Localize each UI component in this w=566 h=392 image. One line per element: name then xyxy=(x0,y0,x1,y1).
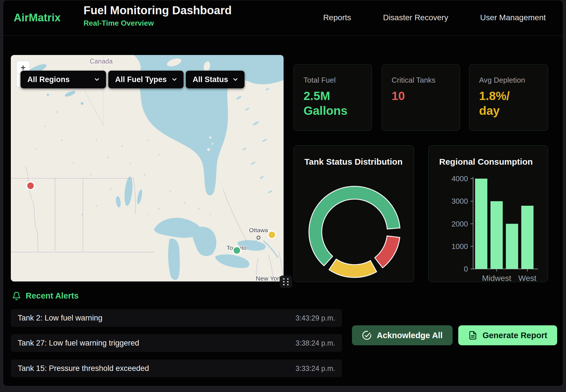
stat-value: 1.8%/day xyxy=(479,89,538,118)
drag-handle-icon[interactable] xyxy=(280,275,292,288)
chevron-down-icon xyxy=(93,76,100,83)
bar-region-3[interactable] xyxy=(506,224,518,269)
nav-item-reports[interactable]: Reports xyxy=(323,13,351,22)
bar-West[interactable] xyxy=(521,206,534,269)
map-canvas[interactable]: Canada Ottawa Toronto New York xyxy=(11,55,284,281)
alert-text: Tank 27: Low fuel warning triggered xyxy=(18,339,139,348)
y-tick-label: 0 xyxy=(464,265,468,273)
alert-text: Tank 15: Pressure threshold exceeded xyxy=(18,364,149,373)
nav-item-user-management[interactable]: User Management xyxy=(480,13,546,22)
tank-marker-warning[interactable] xyxy=(269,232,275,238)
file-text-icon xyxy=(468,331,477,340)
generate-report-label: Generate Report xyxy=(482,331,547,340)
page-subtitle: Real-Time Overview xyxy=(84,19,232,28)
status-filter-value: All Status xyxy=(193,75,228,84)
region-filter-dropdown[interactable]: All Regions xyxy=(21,71,106,88)
alert-row[interactable]: Tank 27: Low fuel warning triggered 3:38… xyxy=(11,334,342,352)
chevron-down-icon xyxy=(232,76,239,83)
alert-row[interactable]: Tank 15: Pressure threshold exceeded 3:3… xyxy=(11,360,342,377)
alert-time: 3:33:24 p.m. xyxy=(296,364,335,373)
x-tick-label: West xyxy=(518,274,536,282)
donut-segment-critical[interactable] xyxy=(375,236,400,268)
fuel-type-filter-dropdown[interactable]: All Fuel Types xyxy=(108,71,184,88)
x-tick-label: Midwest xyxy=(482,274,511,282)
alert-time: 3:43:29 p.m. xyxy=(296,314,335,322)
generate-report-button[interactable]: Generate Report xyxy=(458,325,557,345)
map-label-ottawa: Ottawa xyxy=(249,227,268,233)
region-filter-value: All Regions xyxy=(27,75,70,84)
stat-card-total-fuel: Total Fuel 2.5MGallons xyxy=(294,64,372,131)
map-label-new-york: New York xyxy=(256,275,283,281)
tank-status-donut xyxy=(294,146,414,282)
stat-card-critical-tanks: Critical Tanks 10 xyxy=(382,64,460,131)
bar-Midwest[interactable] xyxy=(490,201,503,269)
alerts-header: Recent Alerts xyxy=(12,291,79,301)
main-nav: Reports Disaster Recovery User Managemen… xyxy=(323,0,546,35)
town-dot-icon xyxy=(257,236,260,239)
app-logo: AirMatrix xyxy=(14,0,61,35)
status-filter-dropdown[interactable]: All Status xyxy=(186,71,245,88)
stat-value: 2.5MGallons xyxy=(304,89,362,118)
regional-consumption-chart: 01000200030004000MidwestWest xyxy=(429,146,548,282)
check-circle-icon xyxy=(362,330,372,340)
stat-label: Critical Tanks xyxy=(392,76,450,85)
alert-text: Tank 2: Low fuel warning xyxy=(18,314,102,322)
tank-marker-critical[interactable] xyxy=(27,183,34,189)
donut-segment-warning[interactable] xyxy=(329,259,377,277)
header: AirMatrix Fuel Monitoring Dashboard Real… xyxy=(3,0,563,36)
acknowledge-all-label: Acknowledge All xyxy=(377,331,443,340)
stat-label: Avg Depletion xyxy=(479,76,538,85)
bar-region-1[interactable] xyxy=(475,179,487,269)
map-label-country: Canada xyxy=(90,58,113,65)
alerts-title: Recent Alerts xyxy=(26,291,79,301)
stat-label: Total Fuel xyxy=(304,76,362,85)
stat-card-avg-depletion: Avg Depletion 1.8%/day xyxy=(469,64,548,131)
acknowledge-all-button[interactable]: Acknowledge All xyxy=(352,325,453,345)
y-tick-label: 2000 xyxy=(451,220,468,228)
regional-consumption-panel: Regional Consumption 01000200030004000Mi… xyxy=(428,145,548,282)
fuel-type-filter-value: All Fuel Types xyxy=(115,75,167,84)
y-tick-label: 1000 xyxy=(451,242,468,251)
map-filters: All Regions All Fuel Types All Status xyxy=(21,71,245,88)
chevron-down-icon xyxy=(171,76,178,83)
tank-status-panel: Tank Status Distribution xyxy=(294,145,414,282)
nav-item-disaster-recovery[interactable]: Disaster Recovery xyxy=(383,13,448,22)
page-title: Fuel Monitoring Dashboard xyxy=(84,4,232,17)
bell-icon xyxy=(12,291,21,301)
map-panel[interactable]: Canada Ottawa Toronto New York xyxy=(11,55,284,281)
stat-value: 10 xyxy=(392,89,450,103)
tank-marker-normal[interactable] xyxy=(234,247,240,254)
alert-row[interactable]: Tank 2: Low fuel warning 3:43:29 p.m. xyxy=(11,309,342,327)
alert-time: 3:38:24 p.m. xyxy=(296,339,335,347)
y-tick-label: 3000 xyxy=(451,197,468,205)
title-block: Fuel Monitoring Dashboard Real-Time Over… xyxy=(84,4,232,28)
y-tick-label: 4000 xyxy=(451,174,468,183)
